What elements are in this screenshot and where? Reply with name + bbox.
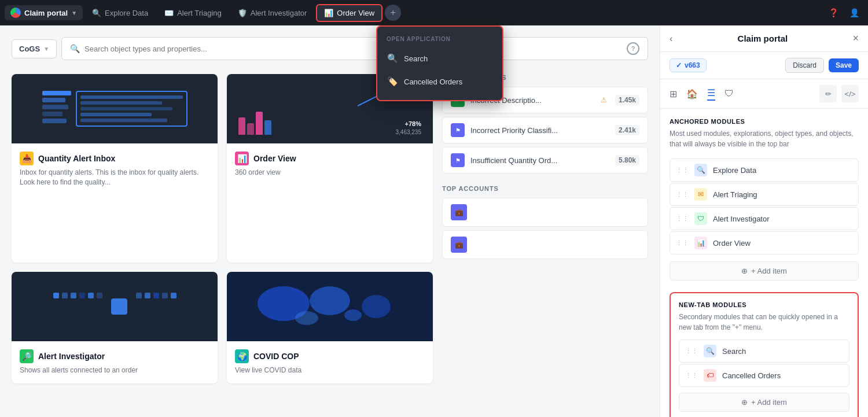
- new-tab-item-search[interactable]: ⋮⋮ 🔍 Search: [679, 339, 849, 363]
- card-quantity-alert-inbox[interactable]: 📥 Quantity Alert Inbox Inbox for quantit…: [12, 74, 218, 263]
- svg-point-5: [344, 309, 362, 321]
- search-icon: 🔍: [70, 44, 80, 53]
- svg-point-2: [310, 286, 350, 315]
- card-title: 🌍 COVID COP: [235, 349, 425, 363]
- warn-icon: ⚠: [601, 96, 607, 104]
- card-body: 📥 Quantity Alert Inbox Inbox for quantit…: [12, 143, 218, 195]
- map-preview: [227, 272, 433, 341]
- item-label: Alert Triaging: [713, 190, 757, 199]
- stat2-label: 3,463,235: [396, 129, 422, 135]
- right-panel: ‹ Claim portal × ✓ v663 Discard Save ⊞ 🏠…: [660, 25, 868, 417]
- search-input[interactable]: [84, 45, 622, 53]
- card-title: 📊 Order View: [235, 152, 425, 165]
- item-label: Alert Investigator: [713, 215, 770, 223]
- item-label: Explore Data: [713, 166, 756, 175]
- top-accounts-list: 💼 💼: [442, 198, 648, 259]
- edit-buttons: ✏ </>: [819, 85, 859, 102]
- cards-grid: 📥 Quantity Alert Inbox Inbox for quantit…: [12, 74, 648, 383]
- version-label: v663: [685, 61, 700, 69]
- brand-button[interactable]: Claim portal ▼: [5, 5, 83, 20]
- item-label: Order View: [713, 239, 751, 248]
- card-covid-cop[interactable]: 🌍 COVID COP View live COVID data: [227, 272, 433, 383]
- right-panel-title: Claim portal: [677, 34, 848, 43]
- check-icon: ✓: [676, 61, 682, 69]
- alert-item-1[interactable]: ⚑ Incorrect Priority Classifi... 2.41k: [442, 117, 648, 143]
- account-icon: 💼: [451, 204, 467, 220]
- alert-count: 1.45k: [615, 95, 639, 105]
- card-order-view[interactable]: +78% 3,463,235 📊 Order View 360 order vi…: [227, 74, 433, 263]
- add-item-label: + Add item: [751, 398, 787, 407]
- svg-point-4: [295, 311, 318, 325]
- new-tab-item-cancelled-orders[interactable]: ⋮⋮ 🏷 Cancelled Orders: [679, 364, 849, 387]
- search-input-wrap: 🔍 ?: [61, 37, 648, 60]
- discard-button[interactable]: Discard: [785, 58, 824, 73]
- card-body: 🌍 COVID COP View live COVID data: [227, 341, 433, 383]
- card-desc: Shows all alerts connected to an order: [20, 366, 209, 375]
- dropdown-section-label: OPEN APPLICATION: [377, 34, 502, 47]
- card-icon: 🌍: [235, 349, 249, 363]
- save-button[interactable]: Save: [829, 58, 859, 72]
- nav-tab-explore-data[interactable]: 🔍 Explore Data: [85, 5, 155, 21]
- explore-data-icon: 🔍: [694, 164, 707, 176]
- nav-tab-alert-investigator[interactable]: 🛡️ Alert Investigator: [231, 5, 314, 21]
- new-tab-button[interactable]: +: [385, 5, 401, 21]
- grid-icon[interactable]: ⊞: [670, 88, 677, 99]
- dropdown-item-search[interactable]: 🔍 Search: [377, 47, 502, 70]
- shield-icon[interactable]: 🛡: [724, 88, 734, 99]
- card-preview: [12, 74, 218, 143]
- new-tab-add-item-button[interactable]: ⊕ + Add item: [679, 393, 849, 412]
- open-application-dropdown: OPEN APPLICATION 🔍 Search 🏷️ Cancelled O…: [376, 25, 503, 101]
- account-row-1[interactable]: 💼: [442, 230, 648, 259]
- anchored-modules-desc: Most used modules, explorations, object …: [670, 128, 859, 149]
- help-icon[interactable]: ?: [627, 42, 639, 55]
- new-tab-desc: Secondary modules that can be quickly op…: [679, 312, 849, 333]
- drag-handle: ⋮⋮: [676, 215, 689, 223]
- anchored-item-explore-data[interactable]: ⋮⋮ 🔍 Explore Data: [670, 158, 859, 182]
- edit-pencil-button[interactable]: ✏: [819, 85, 837, 102]
- preview-illustration: [46, 286, 183, 327]
- card-icon: 📥: [20, 152, 34, 165]
- back-button[interactable]: ‹: [670, 34, 672, 44]
- list-icon[interactable]: ☰: [707, 87, 715, 101]
- drag-handle: ⋮⋮: [685, 348, 698, 355]
- cogs-dropdown[interactable]: CoGS ▼: [12, 39, 57, 58]
- home-icon[interactable]: 🏠: [686, 88, 698, 99]
- shield-icon: 🛡️: [238, 9, 247, 17]
- flag-icon: ⚑: [451, 153, 465, 167]
- user-button[interactable]: 👤: [845, 3, 863, 22]
- anchored-item-alert-triaging[interactable]: ⋮⋮ ✉ Alert Triaging: [670, 183, 859, 206]
- anchored-item-order-view[interactable]: ⋮⋮ 📊 Order View: [670, 231, 859, 254]
- card-alert-investigator[interactable]: 🔎 Alert Investigator Shows all alerts co…: [12, 272, 218, 383]
- anchored-add-item-button[interactable]: ⊕ + Add item: [670, 261, 859, 281]
- card-desc: View live COVID data: [235, 366, 425, 375]
- item-label: Cancelled Orders: [722, 371, 781, 380]
- brand-chevron: ▼: [71, 10, 77, 16]
- help-button[interactable]: ❓: [824, 3, 843, 22]
- card-title: 🔎 Alert Investigator: [20, 349, 209, 363]
- alert-triaging-icon: ✉: [694, 188, 707, 201]
- close-button[interactable]: ×: [852, 32, 859, 45]
- alert-name: Insufficient Quantity Ord...: [470, 156, 609, 165]
- brand-label: Claim portal: [24, 9, 68, 17]
- envelope-icon: ✉️: [164, 9, 174, 17]
- account-row-0[interactable]: 💼: [442, 198, 648, 227]
- nav-tab-order-view[interactable]: 📊 Order View: [316, 4, 382, 22]
- dropdown-item-cancelled-orders[interactable]: 🏷️ Cancelled Orders: [377, 70, 502, 93]
- version-badge[interactable]: ✓ v663: [670, 58, 707, 72]
- top-accounts-header: TOP ACCOUNTS: [442, 185, 648, 192]
- anchored-item-alert-investigator[interactable]: ⋮⋮ 🛡 Alert Investigator: [670, 207, 859, 230]
- code-button[interactable]: </>: [841, 85, 859, 102]
- nav-tab-label: Explore Data: [105, 9, 148, 17]
- card-icon: 📊: [235, 152, 249, 165]
- card-body: 🔎 Alert Investigator Shows all alerts co…: [12, 341, 218, 383]
- card-desc: 360 order view: [235, 168, 425, 178]
- right-content: ANCHORED MODULES Most used modules, expl…: [660, 109, 868, 417]
- nav-tab-alert-triaging[interactable]: ✉️ Alert Triaging: [157, 5, 229, 21]
- alert-item-2[interactable]: ⚑ Insufficient Quantity Ord... 5.80k: [442, 147, 648, 174]
- nav-tab-label: Alert Triaging: [177, 9, 222, 17]
- nav-tab-label: Alert Investigator: [251, 9, 307, 17]
- drag-handle: ⋮⋮: [685, 372, 698, 379]
- alert-investigator-icon: 🛡: [694, 212, 707, 225]
- plus-circle-icon: ⊕: [741, 398, 748, 407]
- anchored-modules-list: ⋮⋮ 🔍 Explore Data ⋮⋮ ✉ Alert Triaging ⋮⋮…: [670, 158, 859, 254]
